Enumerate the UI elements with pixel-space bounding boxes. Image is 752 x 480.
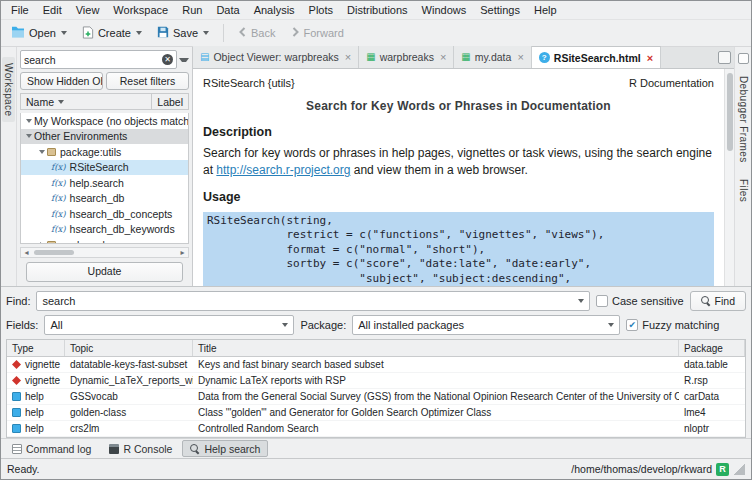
chevron-down-icon[interactable]	[578, 299, 584, 303]
tree-item-hsearch-db[interactable]: f(x) hsearch_db	[21, 191, 188, 207]
column-header-package[interactable]: Package	[679, 340, 745, 356]
package-icon	[47, 241, 56, 244]
menu-help[interactable]: Help	[527, 2, 564, 18]
function-icon: f(x)	[51, 193, 66, 203]
scrollbar-handle[interactable]	[727, 73, 733, 151]
statusbar-right: /home/thomas/develop/rkward R	[571, 463, 745, 476]
search-results-table: Type Topic Title Package vignette datata…	[6, 339, 746, 438]
update-button[interactable]: Update	[26, 262, 183, 282]
help-search-tab[interactable]: Help search	[182, 440, 268, 457]
menu-view[interactable]: View	[69, 2, 107, 18]
search-r-project-link[interactable]: http://search.r-project.org	[216, 163, 350, 177]
tree-item-label: Other Environments	[34, 130, 127, 142]
find-row: Find: search Case sensitive Find	[6, 291, 746, 311]
tree-item-other-environments[interactable]: Other Environments	[21, 129, 188, 145]
sort-dropdown-icon[interactable]	[58, 100, 64, 104]
column-header-label[interactable]: Label	[152, 96, 188, 108]
back-button[interactable]: Back	[232, 24, 281, 42]
menu-file[interactable]: File	[4, 2, 36, 18]
column-header-topic[interactable]: Topic	[65, 340, 193, 356]
package-combobox[interactable]: All installed packages	[352, 315, 620, 335]
chevron-down-icon[interactable]	[608, 323, 614, 327]
detach-window-icon[interactable]	[718, 51, 731, 64]
result-row[interactable]: vignette datatable-keys-fast-subset Keys…	[7, 357, 745, 373]
open-button[interactable]: Open	[5, 23, 73, 43]
scroll-right-icon[interactable]: ▸	[177, 248, 188, 257]
find-button-label: Find	[715, 295, 735, 307]
fuzzy-matching-option[interactable]: ✔ Fuzzy matching	[626, 319, 719, 331]
bottom-dock-tabbar: Command log R Console Help search	[1, 438, 751, 458]
tree-item-package-base[interactable]: package:base	[21, 237, 188, 244]
fuzzy-matching-checkbox[interactable]: ✔	[626, 319, 638, 331]
expander-icon[interactable]	[24, 134, 34, 138]
command-log-tab[interactable]: Command log	[4, 440, 99, 457]
help-vertical-scrollbar[interactable]	[724, 69, 734, 286]
workspace-dock-tab[interactable]: Workspace	[2, 57, 15, 122]
search-history-dropdown-icon[interactable]	[179, 58, 189, 62]
create-button[interactable]: Create	[76, 23, 148, 44]
expander-icon[interactable]	[24, 119, 34, 123]
workspace-search-input[interactable]	[24, 54, 162, 66]
tree-item-my-workspace[interactable]: My Workspace (no objects matching filter…	[21, 113, 188, 129]
expander-icon[interactable]	[37, 150, 47, 154]
scrollbar-handle[interactable]	[34, 250, 74, 255]
tab-object-viewer-warpbreaks[interactable]: ▤ Object Viewer: warpbreaks ×	[193, 46, 359, 68]
dock-icon[interactable]	[738, 53, 749, 64]
find-combobox[interactable]: search	[36, 291, 590, 311]
clear-search-icon[interactable]: ✕	[162, 54, 173, 65]
result-row[interactable]: help crs2lm Controlled Random Search nlo…	[7, 421, 745, 437]
open-label: Open	[29, 27, 56, 39]
tab-rsitesearch-html[interactable]: ? RSiteSearch.html ×	[532, 46, 661, 68]
menu-windows[interactable]: Windows	[415, 2, 474, 18]
column-header-type[interactable]: Type	[7, 340, 65, 356]
save-button[interactable]: Save	[151, 23, 215, 43]
forward-button[interactable]: Forward	[285, 24, 350, 42]
expander-icon[interactable]	[37, 242, 47, 244]
tab-my-data[interactable]: ▦ my.data ×	[454, 46, 531, 68]
result-row[interactable]: vignette Dynamic_LaTeX_reports_with_RSP …	[7, 373, 745, 389]
debugger-frames-dock-tab[interactable]: Debugger Frames	[738, 76, 749, 163]
menu-workspace[interactable]: Workspace	[106, 2, 175, 18]
usage-code-block[interactable]: RSiteSearch(string, restrict = c("functi…	[203, 212, 714, 286]
tab-warpbreaks[interactable]: ▦ warpbreaks ×	[359, 46, 454, 68]
scrollbar-track[interactable]	[32, 248, 177, 257]
r-console-tab[interactable]: R Console	[101, 440, 180, 457]
result-row[interactable]: help GSSvocab Data from the General Soci…	[7, 389, 745, 405]
find-button[interactable]: Find	[690, 291, 746, 311]
tree-item-help-search[interactable]: f(x) help.search	[21, 175, 188, 191]
column-header-title[interactable]: Title	[193, 340, 679, 356]
scroll-left-icon[interactable]: ◂	[21, 248, 32, 257]
files-dock-tab[interactable]: Files	[738, 179, 749, 202]
tree-item-hsearch-db-keywords[interactable]: f(x) hsearch_db_keywords	[21, 222, 188, 238]
close-icon[interactable]: ×	[515, 52, 523, 62]
show-hidden-objects-button[interactable]: Show Hidden Objects	[20, 72, 103, 90]
help-doc-header: RSiteSearch {utils} R Documentation	[203, 77, 714, 89]
tree-item-package-utils[interactable]: package:utils	[21, 144, 188, 160]
close-icon[interactable]: ×	[343, 52, 351, 62]
resize-grip[interactable]	[733, 463, 745, 475]
save-dropdown-icon[interactable]	[203, 31, 209, 35]
search-icon	[701, 296, 711, 306]
fields-combobox[interactable]: All	[44, 315, 294, 335]
tree-horizontal-scrollbar[interactable]: ◂ ▸	[20, 247, 189, 258]
close-icon[interactable]: ×	[645, 53, 653, 63]
chevron-down-icon[interactable]	[282, 323, 288, 327]
menu-analysis[interactable]: Analysis	[247, 2, 302, 18]
menu-edit[interactable]: Edit	[36, 2, 69, 18]
case-sensitive-option[interactable]: Case sensitive	[596, 295, 684, 307]
menu-run[interactable]: Run	[175, 2, 209, 18]
result-row[interactable]: help golden-class Class '"golden"' and G…	[7, 405, 745, 421]
reset-filters-button[interactable]: Reset filters	[106, 72, 189, 90]
menu-settings[interactable]: Settings	[473, 2, 527, 18]
open-dropdown-icon[interactable]	[61, 31, 67, 35]
menu-distributions[interactable]: Distributions	[340, 2, 415, 18]
create-dropdown-icon[interactable]	[136, 31, 142, 35]
case-sensitive-checkbox[interactable]	[596, 295, 608, 307]
tree-item-rsitesearch[interactable]: f(x) RSiteSearch	[21, 160, 188, 176]
tree-item-hsearch-db-concepts[interactable]: f(x) hsearch_db_concepts	[21, 206, 188, 222]
column-header-name[interactable]: Name	[21, 94, 152, 109]
menu-data[interactable]: Data	[209, 2, 246, 18]
close-icon[interactable]: ×	[438, 52, 446, 62]
r-engine-status-badge[interactable]: R	[716, 463, 729, 476]
menu-plots[interactable]: Plots	[302, 2, 340, 18]
